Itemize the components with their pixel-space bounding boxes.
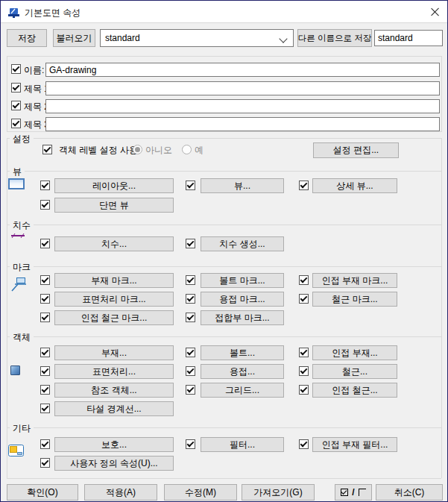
reference-object-checkbox[interactable] (40, 385, 50, 395)
user-defined-attributes-button[interactable]: 사용자 정의 속성(U)... (54, 456, 174, 471)
title3-checkbox[interactable] (11, 119, 21, 128)
save-button[interactable]: 저장 (7, 29, 47, 47)
pour-break-checkbox[interactable] (40, 404, 50, 413)
settings-edit-button[interactable]: 설정 편집... (313, 142, 399, 158)
load-button[interactable]: 불러오기 (53, 29, 95, 47)
section-view-checkbox[interactable] (40, 200, 50, 210)
ok-button[interactable]: 확인(O) (7, 484, 78, 501)
neighbor-part-checkbox[interactable] (299, 348, 309, 357)
mark-legend: 마크 (10, 261, 34, 274)
filter-checkbox[interactable] (186, 439, 195, 449)
title1-input[interactable] (45, 81, 440, 95)
neighbor-part-filter-button[interactable]: 인접 부재 필터... (312, 437, 397, 452)
title2-checkbox[interactable] (11, 101, 21, 110)
bolt-button[interactable]: 볼트... (201, 345, 284, 360)
pour-break-button[interactable]: 타설 경계선... (54, 401, 174, 416)
weld-button[interactable]: 용접... (201, 364, 284, 379)
protection-checkbox[interactable] (40, 439, 50, 449)
title3-input[interactable] (45, 117, 440, 131)
name-checkbox[interactable] (11, 64, 21, 74)
radio-no-label: 아니오 (145, 144, 172, 157)
weld-mark-checkbox[interactable] (186, 294, 195, 304)
neighbor-part-filter-checkbox[interactable] (299, 439, 309, 449)
part-mark-button[interactable]: 부재 마크... (54, 273, 174, 288)
weld-checkbox[interactable] (186, 366, 195, 376)
surface-mark-checkbox[interactable] (40, 294, 50, 304)
radio-yes-label: 예 (195, 144, 204, 157)
apply-button[interactable]: 적용(A) (84, 484, 157, 501)
dimension-section-line (7, 225, 441, 225)
dimension-button[interactable]: 치수... (54, 236, 174, 251)
save-as-input[interactable] (374, 30, 443, 46)
neighbor-part-button[interactable]: 인접 부재... (312, 345, 397, 360)
bolt-checkbox[interactable] (186, 348, 195, 357)
weld-mark-button[interactable]: 용접 마크... (201, 292, 284, 307)
neighbor-rebar-button[interactable]: 인접 철근... (312, 383, 397, 398)
view-frame-icon (8, 178, 25, 189)
toggle-all-checkboxes-button[interactable]: / (335, 484, 372, 501)
section-view-button[interactable]: 단면 뷰 (54, 198, 174, 213)
profile-combobox[interactable]: standard (100, 29, 294, 47)
dimension-checkbox[interactable] (40, 239, 50, 248)
title1-checkbox[interactable] (11, 83, 21, 92)
dimension-creation-button[interactable]: 치수 생성... (201, 236, 284, 251)
part-mark-checkbox[interactable] (40, 275, 50, 285)
view-checkbox[interactable] (186, 181, 195, 190)
sections-bottom-border (7, 478, 441, 479)
bolt-mark-button[interactable]: 볼트 마크... (201, 273, 284, 288)
profile-combobox-value: standard (105, 33, 140, 43)
object-level-label: 객체 레벨 설정 사용 (59, 144, 138, 157)
drawing-properties-dialog: 기본도면 속성 저장 불러오기 standard 다른 이름으로 저장 이름: … (0, 0, 448, 502)
part-checkbox[interactable] (40, 348, 50, 357)
reference-object-button[interactable]: 참조 객체... (54, 383, 174, 398)
cube-icon (10, 365, 20, 375)
user-defined-attributes-checkbox[interactable] (40, 458, 50, 468)
radio-no[interactable] (133, 145, 142, 154)
bolt-mark-checkbox[interactable] (186, 275, 195, 285)
grid-checkbox[interactable] (186, 385, 195, 395)
object-level-checkbox[interactable] (42, 145, 52, 154)
neighbor-part-mark-checkbox[interactable] (299, 275, 309, 285)
detail-view-button[interactable]: 상세 뷰... (312, 178, 397, 193)
connection-mark-button[interactable]: 접합부 마크... (201, 310, 284, 325)
rebar-checkbox[interactable] (299, 366, 309, 376)
name-label: 이름: (24, 64, 44, 77)
window-title: 기본도면 속성 (25, 7, 81, 19)
part-button[interactable]: 부재... (54, 345, 174, 360)
protection-button[interactable]: 보호... (54, 437, 174, 452)
chevron-down-icon (279, 34, 287, 43)
grid-button[interactable]: 그리드... (201, 383, 284, 398)
neighbor-rebar-checkbox[interactable] (299, 385, 309, 395)
surface-button[interactable]: 표면처리... (54, 364, 174, 379)
get-button[interactable]: 가져오기(G) (242, 484, 315, 501)
neighbor-rebar-mark-button[interactable]: 인접 철근 마크... (54, 310, 174, 325)
connection-mark-checkbox[interactable] (186, 313, 195, 322)
surface-mark-button[interactable]: 표면처리 마크... (54, 292, 174, 307)
mark-section-line (7, 266, 441, 267)
dimension-icon (10, 231, 26, 250)
save-as-button[interactable]: 다른 이름으로 저장 (297, 29, 372, 47)
title2-input[interactable] (45, 99, 440, 113)
neighbor-part-mark-button[interactable]: 인접 부재 마크... (312, 273, 397, 288)
modify-button[interactable]: 수정(M) (164, 484, 237, 501)
dimension-creation-checkbox[interactable] (186, 239, 195, 248)
rebar-button[interactable]: 철근... (312, 364, 397, 379)
layout-button[interactable]: 레이아웃... (54, 178, 174, 193)
misc-legend: 기타 (10, 422, 34, 435)
misc-objects-icon (8, 445, 24, 456)
name-input[interactable] (45, 63, 440, 77)
dimension-legend: 치수 (10, 219, 34, 232)
radio-yes[interactable] (182, 145, 192, 154)
cancel-button[interactable]: 취소(C) (376, 484, 443, 501)
rebar-mark-checkbox[interactable] (299, 294, 309, 304)
detail-view-checkbox[interactable] (299, 181, 309, 190)
filter-button[interactable]: 필터... (201, 437, 284, 452)
layout-checkbox[interactable] (40, 181, 50, 190)
neighbor-rebar-mark-checkbox[interactable] (40, 313, 50, 322)
close-button[interactable] (422, 1, 447, 22)
rebar-mark-button[interactable]: 철근 마크... (312, 292, 397, 307)
sections-right-border (441, 138, 442, 478)
object-legend: 객체 (10, 331, 34, 344)
view-button[interactable]: 뷰... (201, 178, 284, 193)
surface-checkbox[interactable] (40, 366, 50, 376)
